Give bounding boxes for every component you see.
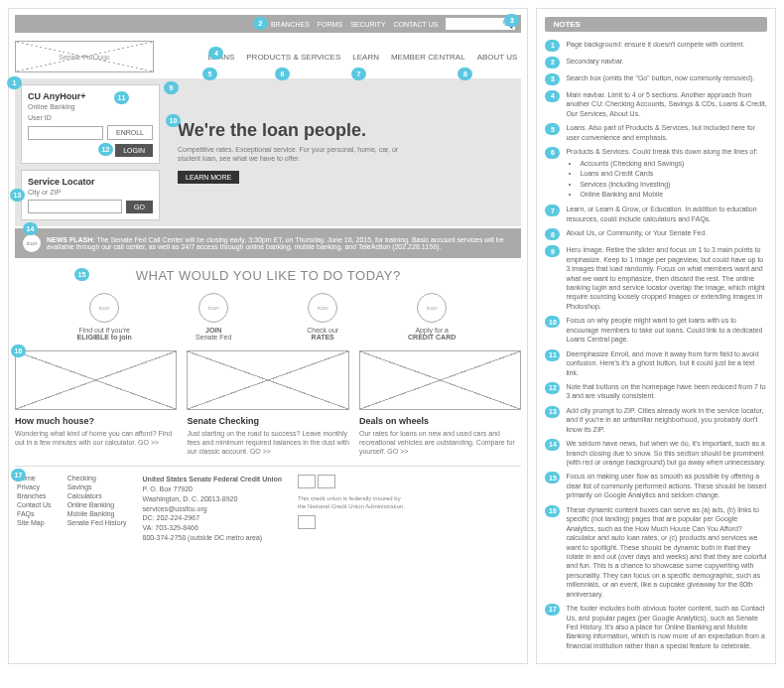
note-text: Page background: ensure it doesn't compe… (566, 40, 744, 52)
task-eligible[interactable]: icon Find out if you'reELIGIBLE to join (65, 293, 144, 341)
annotation-3: 3 (504, 14, 519, 27)
tasks-section: 15 WHAT WOULD YOU LIKE TO DO TODAY? icon… (15, 268, 521, 341)
hero-headline: We're the loan people. (178, 120, 509, 141)
note-number: 12 (545, 382, 560, 394)
topnav-forms[interactable]: FORMS (318, 21, 342, 28)
annotation-14: 14 (23, 222, 38, 235)
note-item: 6Products & Services. Could break this d… (545, 147, 767, 200)
topnav-branches[interactable]: BRANCHES (271, 21, 310, 28)
flash-icon: icon (23, 234, 41, 252)
annotation-12: 12 (98, 143, 113, 156)
promo-house-body: Wondering what kind of home you can affo… (15, 429, 177, 447)
note-number: 3 (545, 73, 560, 85)
learn-more-button[interactable]: LEARN MORE (178, 171, 239, 184)
login-field-label: User ID (28, 114, 153, 121)
note-text: Loans. Also part of Products & Services,… (566, 123, 767, 142)
promo-row: 16 How much house? Wondering what kind o… (15, 350, 521, 456)
footer-link[interactable]: Checking (67, 475, 127, 482)
enroll-button[interactable]: ENROLL (107, 125, 153, 140)
nav-about[interactable]: ABOUT US (477, 53, 518, 62)
wireframe-panel: 2 BRANCHES FORMS SECURITY CONTACT US 🔍 3… (8, 8, 528, 664)
task-rates[interactable]: icon Check ourRATES (283, 293, 362, 341)
annotation-4: 4 (208, 47, 223, 60)
note-item: 14We seldom have news, but when we do, i… (545, 439, 767, 467)
note-text: Focus on making user flow as smooth as p… (566, 472, 767, 499)
note-item: 5Loans. Also part of Products & Services… (545, 123, 767, 142)
locator-panel: 13 Service Locator City or ZIP GO (21, 170, 160, 220)
hero-subtext: Competitive rates. Exceptional service. … (178, 145, 416, 163)
note-item: 2Secondary navbar. (545, 57, 767, 69)
footer-link[interactable]: Savings (67, 483, 127, 490)
nav-member[interactable]: MEMBER CENTRAL (391, 53, 465, 62)
note-number: 9 (545, 245, 560, 257)
footer-link[interactable]: Mobile Banking (67, 510, 127, 517)
note-item: 4Main navbar. Limit to 4 or 5 sections. … (545, 90, 767, 118)
nav-learn[interactable]: LEARN (352, 53, 379, 62)
footer-col2: Checking Savings Calculators Online Bank… (67, 475, 127, 543)
note-text: Secondary navbar. (566, 57, 623, 69)
promo-wheels-image (359, 350, 521, 410)
footer-link[interactable]: FAQs (17, 510, 52, 517)
annotation-2: 2 (253, 17, 268, 30)
annotation-16: 16 (11, 344, 26, 357)
annotation-13: 13 (10, 189, 25, 202)
task-rates-icon: icon (308, 293, 337, 323)
flash-label: NEWS FLASH: (47, 236, 95, 243)
note-number: 1 (545, 40, 560, 52)
footer-link[interactable]: Senate Fed History (67, 519, 127, 526)
note-text: These dynamic content boxes can serve as… (566, 505, 767, 599)
note-item: 16These dynamic content boxes can serve … (545, 505, 767, 599)
footer-link[interactable]: Online Banking (67, 501, 127, 508)
task-join-icon: icon (198, 293, 228, 323)
promo-checking[interactable]: Senate Checking Just starting on the roa… (187, 350, 348, 456)
secondary-navbar: 2 BRANCHES FORMS SECURITY CONTACT US 🔍 3 (15, 15, 521, 33)
note-item: 7Learn, or Learn & Grow, or Education. I… (545, 205, 767, 223)
note-item: 3Search box (omits the "Go" button, now … (545, 73, 767, 85)
note-text: Search box (omits the "Go" button, now c… (566, 73, 754, 85)
note-number: 11 (545, 349, 560, 361)
locator-go-button[interactable]: GO (126, 201, 153, 213)
flash-text: The Senate Fed Call Center will be closi… (47, 236, 504, 250)
login-button[interactable]: LOGIN (115, 144, 153, 157)
annotation-17: 17 (11, 469, 26, 482)
locator-input[interactable] (28, 200, 122, 213)
notes-panel: NOTES 1Page background: ensure it doesn'… (536, 8, 776, 664)
topnav-contact[interactable]: CONTACT US (394, 21, 439, 28)
note-text: Products & Services. Could break this do… (566, 147, 757, 200)
footer-link[interactable]: Branches (17, 492, 52, 499)
note-number: 2 (545, 57, 560, 69)
note-text: Note that buttons on the homepage have b… (566, 382, 767, 401)
note-number: 5 (545, 123, 560, 135)
footer-address: United States Senate Federal Credit Unio… (143, 475, 282, 543)
footer-link[interactable]: Privacy (17, 483, 52, 490)
note-number: 16 (545, 505, 560, 517)
tasks-heading: WHAT WOULD YOU LIKE TO DO TODAY? (15, 268, 521, 283)
note-number: 6 (545, 147, 560, 159)
hero-section: 9 CU AnyHour+ Online Banking User ID 11 … (15, 78, 521, 226)
nav-products[interactable]: PRODUCTS & SERVICES (246, 53, 340, 62)
footer-link[interactable]: Calculators (67, 492, 127, 499)
task-eligible-icon: icon (89, 293, 119, 323)
annotation-10: 10 (166, 114, 181, 127)
footer-badges: This credit union is federally insured b… (298, 475, 407, 543)
promo-house[interactable]: How much house? Wondering what kind of h… (15, 350, 177, 456)
logo-placeholder: Senate Fed logo (15, 41, 154, 72)
note-number: 17 (545, 604, 560, 616)
locator-title: Service Locator (28, 177, 153, 187)
topnav-security[interactable]: SECURITY (350, 21, 385, 28)
userid-input[interactable] (28, 126, 103, 140)
note-number: 15 (545, 472, 560, 483)
note-item: 12Note that buttons on the homepage have… (545, 382, 767, 401)
task-join[interactable]: icon JOINSenate Fed (174, 293, 253, 341)
footer-link[interactable]: Site Map (17, 519, 52, 526)
task-creditcard[interactable]: icon Apply for aCREDIT CARD (392, 293, 471, 341)
note-number: 14 (545, 439, 560, 451)
annotation-1: 1 (7, 76, 22, 89)
note-text: Deemphasize Enroll, and move it away fro… (566, 349, 767, 377)
promo-wheels[interactable]: Deals on wheels Our rates for loans on n… (359, 350, 521, 456)
note-item: 9Hero image. Retire the slider and focus… (545, 245, 767, 311)
footer-link[interactable]: Contact Us (17, 501, 52, 508)
login-panel: CU AnyHour+ Online Banking User ID 11 EN… (21, 84, 160, 164)
annotation-8: 8 (457, 68, 472, 80)
promo-checking-title: Senate Checking (187, 416, 348, 426)
